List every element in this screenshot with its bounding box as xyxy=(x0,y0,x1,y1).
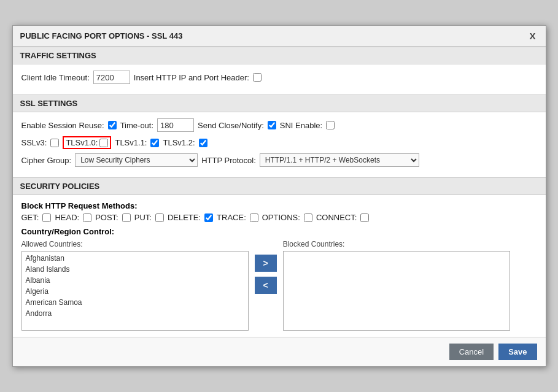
send-close-notify-label: Send Close/Notify: xyxy=(198,121,264,130)
blocked-countries-label: Blocked Countries: xyxy=(283,240,510,248)
trace-checkbox[interactable] xyxy=(250,213,258,222)
tlsv10-checkbox[interactable] xyxy=(99,139,108,147)
country-control-label: Country/Region Control: xyxy=(21,227,537,236)
connect-checkbox[interactable] xyxy=(360,213,369,222)
post-checkbox[interactable] xyxy=(122,213,131,222)
timeout-input[interactable] xyxy=(157,118,194,132)
cipher-group-label: Cipher Group: xyxy=(21,156,72,165)
list-item[interactable]: American Samoa xyxy=(23,297,247,308)
head-checkbox[interactable] xyxy=(83,213,91,222)
get-checkbox[interactable] xyxy=(42,213,51,222)
allowed-countries-label: Allowed Countries: xyxy=(21,240,249,248)
tlsv11-checkbox[interactable] xyxy=(150,139,159,147)
head-label: HEAD: xyxy=(55,213,79,222)
traffic-settings-row: Client Idle Timeout: Insert HTTP IP and … xyxy=(21,71,537,84)
insert-http-checkbox[interactable] xyxy=(253,73,262,82)
blocked-countries-col: Blocked Countries: xyxy=(283,240,510,331)
enable-session-reuse-label: Enable Session Reuse: xyxy=(21,121,104,130)
sni-enable-checkbox[interactable] xyxy=(326,121,335,129)
tlsv12-checkbox[interactable] xyxy=(199,139,207,147)
list-item[interactable]: Afghanistan xyxy=(23,253,247,264)
transfer-buttons: > < xyxy=(255,240,277,294)
list-item[interactable]: Albania xyxy=(23,275,247,286)
options-label: OPTIONS: xyxy=(262,213,300,222)
security-policies-header: SECURITY POLICIES xyxy=(13,177,546,195)
dialog-title-bar: PUBLIC FACING PORT OPTIONS - SSL 443 X xyxy=(13,26,546,47)
timeout-label: Time-out: xyxy=(120,121,153,130)
ssl-settings-body: Enable Session Reuse: Time-out: Send Clo… xyxy=(13,112,546,177)
dialog-title: PUBLIC FACING PORT OPTIONS - SSL 443 xyxy=(20,31,183,40)
dialog: PUBLIC FACING PORT OPTIONS - SSL 443 X T… xyxy=(12,25,546,367)
block-http-row: GET: HEAD: POST: PUT: DELETE: TRACE: OPT… xyxy=(21,213,537,222)
put-checkbox[interactable] xyxy=(155,213,164,222)
sni-enable-label: SNI Enable: xyxy=(280,121,322,130)
country-section: Allowed Countries: Afghanistan Aland Isl… xyxy=(21,240,537,331)
cipher-group-select[interactable]: Low Security Ciphers Medium Security Cip… xyxy=(75,153,198,167)
traffic-settings-body: Client Idle Timeout: Insert HTTP IP and … xyxy=(13,64,546,94)
dialog-footer: Cancel Save xyxy=(13,337,546,366)
http-protocol-label: HTTP Protocol: xyxy=(201,156,256,165)
allowed-countries-col: Allowed Countries: Afghanistan Aland Isl… xyxy=(21,240,249,331)
delete-checkbox[interactable] xyxy=(204,213,213,222)
security-policies-body: Block HTTP Request Methods: GET: HEAD: P… xyxy=(13,195,546,337)
list-item[interactable]: Andorra xyxy=(23,308,247,319)
connect-label: CONNECT: xyxy=(316,213,357,222)
http-protocol-select[interactable]: HTTP/1.1 + HTTP/2 + WebSockets HTTP/1.1 … xyxy=(260,153,419,167)
close-button[interactable]: X xyxy=(527,31,538,41)
insert-http-label: Insert HTTP IP and Port Header: xyxy=(134,73,249,82)
move-right-button[interactable]: > xyxy=(255,255,277,272)
delete-label: DELETE: xyxy=(168,213,201,222)
ssl-row2: SSLv3: TLSv1.0: TLSv1.1: TLSv1.2: xyxy=(21,136,537,149)
ssl-settings-header: SSL SETTINGS xyxy=(13,94,546,112)
blocked-countries-listbox[interactable] xyxy=(283,251,510,331)
options-checkbox[interactable] xyxy=(304,213,312,222)
allowed-countries-listbox[interactable]: Afghanistan Aland Islands Albania Algeri… xyxy=(21,251,249,331)
client-idle-timeout-label: Client Idle Timeout: xyxy=(21,73,90,82)
ssl-row1: Enable Session Reuse: Time-out: Send Clo… xyxy=(21,118,537,132)
trace-label: TRACE: xyxy=(217,213,246,222)
list-item[interactable]: Algeria xyxy=(23,286,247,297)
ssl-row3: Cipher Group: Low Security Ciphers Mediu… xyxy=(21,153,537,167)
client-idle-timeout-input[interactable] xyxy=(93,71,130,84)
list-item[interactable]: Aland Islands xyxy=(23,264,247,275)
tlsv12-label: TLSv1.2: xyxy=(163,138,195,147)
save-button[interactable]: Save xyxy=(498,344,537,360)
send-close-notify-checkbox[interactable] xyxy=(268,121,276,129)
sslv3-label: SSLv3: xyxy=(21,138,47,147)
tlsv10-highlight: TLSv1.0: xyxy=(63,136,111,149)
block-http-label: Block HTTP Request Methods: xyxy=(21,201,537,210)
sslv3-checkbox[interactable] xyxy=(50,139,59,147)
tlsv11-label: TLSv1.1: xyxy=(115,138,147,147)
cancel-button[interactable]: Cancel xyxy=(449,344,494,360)
get-label: GET: xyxy=(21,213,39,222)
move-left-button[interactable]: < xyxy=(255,277,277,294)
enable-session-reuse-checkbox[interactable] xyxy=(108,121,117,129)
traffic-settings-header: TRAFFIC SETTINGS xyxy=(13,47,546,64)
post-label: POST: xyxy=(95,213,118,222)
put-label: PUT: xyxy=(134,213,152,222)
tlsv10-label: TLSv1.0: xyxy=(66,138,98,147)
